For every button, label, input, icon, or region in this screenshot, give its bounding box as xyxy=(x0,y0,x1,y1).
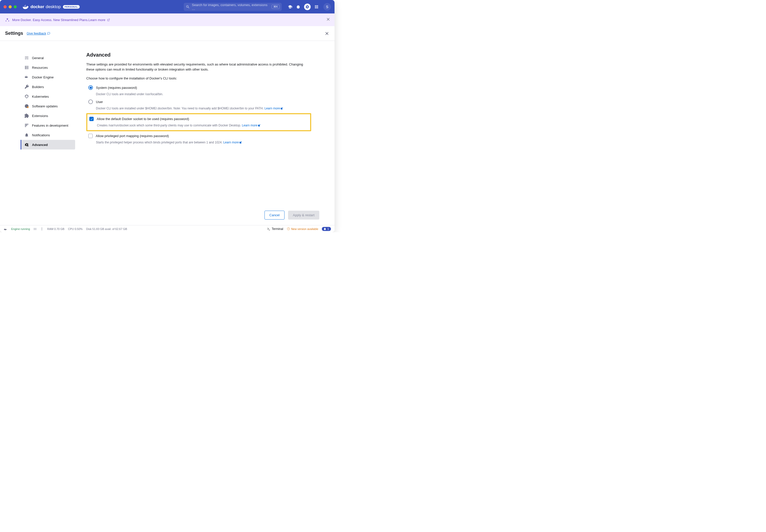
cancel-button[interactable]: Cancel xyxy=(264,211,284,220)
svg-point-5 xyxy=(27,145,28,146)
radio-option-user: User Docker CLI tools are installed unde… xyxy=(86,98,309,112)
sidebar-item-builders[interactable]: Builders xyxy=(21,82,75,92)
window-controls xyxy=(4,5,17,8)
plan-badge: PERSONAL xyxy=(63,5,80,9)
sidebar-item-docker-engine[interactable]: Docker Engine xyxy=(21,72,75,82)
header-icons: S xyxy=(288,3,331,11)
disk-stat: Disk 51.83 GB avail. of 62.67 GB xyxy=(86,227,127,230)
settings-actions: Cancel Apply & restart xyxy=(0,211,335,225)
pause-icon[interactable]: ▮▮ xyxy=(34,227,37,230)
sidebar-item-software-updates[interactable]: Software updates xyxy=(21,101,75,111)
svg-point-7 xyxy=(42,228,42,229)
sidebar-item-advanced[interactable]: Advanced xyxy=(21,140,75,149)
content-description: These settings are provided for environm… xyxy=(86,62,309,72)
sparkle-icon xyxy=(5,18,10,22)
svg-point-1 xyxy=(26,67,26,68)
sidebar-item-kubernetes[interactable]: Kubernetes xyxy=(21,92,75,101)
svg-point-2 xyxy=(26,69,26,69)
settings-header: Settings Give feedback xyxy=(0,26,335,41)
promo-banner: More Docker. Easy Access. New Streamline… xyxy=(0,13,335,26)
svg-point-6 xyxy=(42,227,42,228)
banner-learn-more[interactable]: Learn more xyxy=(89,18,110,22)
sidebar-item-resources[interactable]: Resources xyxy=(21,63,75,72)
status-bar: Engine running ▮▮ RAM 0.70 GB CPU 0.50% … xyxy=(0,225,335,232)
check-option-socket: Allow the default Docker socket to be us… xyxy=(86,113,311,131)
checkbox-default-socket[interactable] xyxy=(89,117,94,121)
svg-point-0 xyxy=(26,66,26,67)
svg-point-8 xyxy=(42,229,42,230)
page-title: Settings xyxy=(5,31,23,36)
brand-name: docker xyxy=(30,4,44,9)
sidebar-item-notifications[interactable]: Notifications xyxy=(21,130,75,140)
apps-icon[interactable] xyxy=(314,5,319,9)
sidebar-item-general[interactable]: General xyxy=(21,53,75,63)
apply-restart-button[interactable]: Apply & restart xyxy=(288,211,319,220)
app-header: dockerdesktop PERSONAL Search for images… xyxy=(0,0,335,13)
settings-icon[interactable] xyxy=(304,4,311,10)
brand-logo: dockerdesktop PERSONAL xyxy=(22,4,80,9)
engine-whale-icon xyxy=(4,227,8,230)
radio-option-system: System (requires password) Docker CLI to… xyxy=(86,84,309,98)
learn-icon[interactable] xyxy=(288,5,292,9)
settings-sidebar: General Resources Docker Engine Builders… xyxy=(0,41,80,211)
radio-user-help: Docker CLI tools are installed under $HO… xyxy=(96,106,309,111)
search-input[interactable]: Search for images, containers, volumes, … xyxy=(184,3,282,11)
sidebar-item-features-in-dev[interactable]: Features in development xyxy=(21,121,75,130)
cpu-stat: CPU 0.50% xyxy=(68,227,82,230)
cli-prompt: Choose how to configure the installation… xyxy=(86,76,309,80)
ram-stat: RAM 0.70 GB xyxy=(47,227,64,230)
engine-status: Engine running xyxy=(11,227,30,230)
search-icon xyxy=(186,5,190,9)
settings-content: Advanced These settings are provided for… xyxy=(80,41,335,211)
brand-sub: desktop xyxy=(46,4,61,9)
settings-close-icon[interactable] xyxy=(324,31,329,36)
terminal-button[interactable]: Terminal xyxy=(267,227,283,231)
banner-text: More Docker. Easy Access. New Streamline… xyxy=(12,18,89,22)
docker-whale-icon xyxy=(22,4,29,9)
window-zoom[interactable] xyxy=(14,5,17,8)
search-shortcut: ⌘K xyxy=(272,5,280,9)
banner-close-icon[interactable] xyxy=(326,17,330,22)
new-version-link[interactable]: New version available xyxy=(287,227,318,230)
give-feedback-link[interactable]: Give feedback xyxy=(27,32,50,35)
user-avatar[interactable]: S xyxy=(323,3,331,11)
radio-system-help: Docker CLI tools are installed under /us… xyxy=(96,92,309,96)
radio-system[interactable] xyxy=(88,85,93,90)
privileged-learn-more[interactable]: Learn more xyxy=(223,141,242,144)
window-close[interactable] xyxy=(4,5,7,8)
search-placeholder: Search for images, containers, volumes, … xyxy=(192,3,272,11)
checkbox-privileged-port[interactable] xyxy=(88,134,93,138)
more-icon[interactable] xyxy=(40,227,44,231)
radio-user[interactable] xyxy=(88,99,93,104)
user-learn-more[interactable]: Learn more xyxy=(264,107,283,110)
bug-icon[interactable] xyxy=(296,5,301,9)
window-minimize[interactable] xyxy=(9,5,12,8)
check-option-privileged: Allow privileged port mapping (requires … xyxy=(86,132,309,146)
notification-badge[interactable]: 1 xyxy=(322,227,331,231)
sidebar-item-extensions[interactable]: Extensions xyxy=(21,111,75,121)
content-heading: Advanced xyxy=(86,52,309,58)
socket-help: Creates /var/run/docker.sock which some … xyxy=(97,123,308,128)
privileged-help: Starts the privileged helper process whi… xyxy=(96,140,309,145)
socket-learn-more[interactable]: Learn more xyxy=(242,124,260,127)
